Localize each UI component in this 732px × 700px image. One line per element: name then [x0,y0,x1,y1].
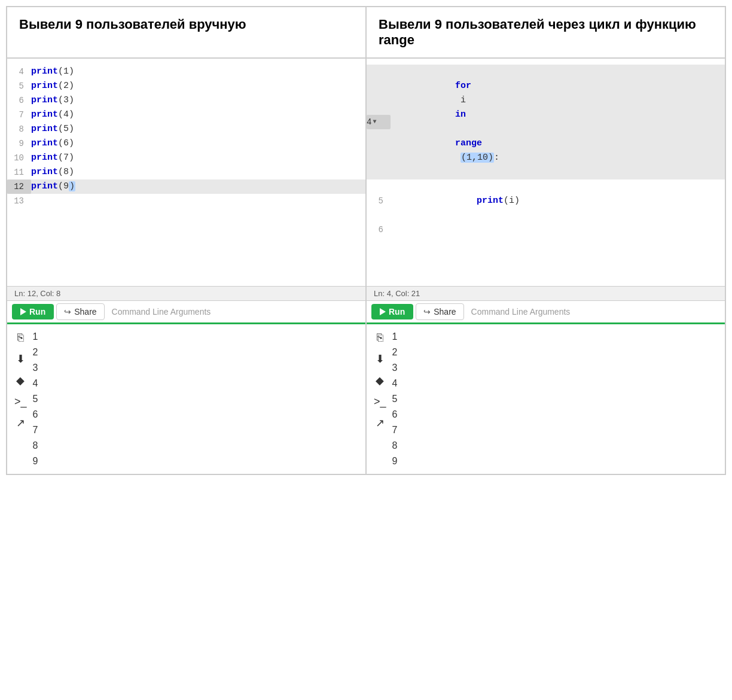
share-icon: ↪ [64,307,71,316]
left-output-area: ⎘ ⬇ ◆ >_ ↗ 1 2 3 4 5 6 7 8 [7,324,365,474]
play-icon [20,308,26,315]
right-output-numbers: 1 2 3 4 5 6 7 8 9 [392,329,398,469]
right-status-bar: Ln: 4, Col: 21 [367,286,725,300]
right-code-line-6: 6 [367,223,725,237]
right-run-label: Run [389,307,405,316]
expand-icon[interactable]: ↗ [16,416,25,430]
right-title: Вывели 9 пользователей через цикл и функ… [379,17,696,47]
right-status-text: Ln: 4, Col: 21 [374,289,420,298]
left-output-numbers: 1 2 3 4 5 6 7 8 9 [33,329,38,469]
right-code-line-4: 4 ▼ for i in range (1,10): [367,65,725,179]
erase-icon[interactable]: ◆ [16,374,25,387]
code-line-9: 9 print(6) [7,136,365,151]
left-status-text: Ln: 12, Col: 8 [14,289,60,298]
right-output-inner: ⎘ ⬇ ◆ >_ ↗ 1 2 3 4 5 6 7 8 [371,329,725,469]
right-output-icons: ⎘ ⬇ ◆ >_ ↗ [371,329,392,469]
left-panel: 4 print(1) 5 print(2) 6 print(3) 7 print… [7,58,366,474]
right-expand-icon[interactable]: ↗ [376,416,385,430]
code-line-10: 10 print(7) [7,151,365,165]
right-copy-icon[interactable]: ⎘ [377,331,383,344]
right-code-line-5: 5 print(i) [367,179,725,223]
left-run-button[interactable]: Run [12,304,54,319]
right-play-icon [380,308,386,315]
right-erase-icon[interactable]: ◆ [376,374,384,387]
right-run-button[interactable]: Run [371,304,413,319]
code-line-13: 13 [7,194,365,208]
right-share-button[interactable]: ↪ Share [416,303,463,320]
left-output-inner: ⎘ ⬇ ◆ >_ ↗ 1 2 3 4 5 6 7 8 [12,329,365,469]
right-download-icon[interactable]: ⬇ [376,352,385,366]
download-icon[interactable]: ⬇ [16,352,25,366]
left-title: Вывели 9 пользователей вручную [19,17,246,32]
left-run-label: Run [29,307,45,316]
left-toolbar: Run ↪ Share Command Line Arguments [7,300,365,324]
left-share-button[interactable]: ↪ Share [56,303,104,320]
left-output-icons: ⎘ ⬇ ◆ >_ ↗ [12,329,33,469]
code-line-11: 11 print(8) [7,165,365,179]
left-header: Вывели 9 пользователей вручную [7,7,366,58]
right-share-icon: ↪ [423,307,431,316]
right-panel: 4 ▼ for i in range (1,10): 5 [366,58,725,474]
code-line-8: 8 print(5) [7,122,365,136]
code-line-4: 4 print(1) [7,65,365,79]
right-output-area: ⎘ ⬇ ◆ >_ ↗ 1 2 3 4 5 6 7 8 [367,324,725,474]
left-status-bar: Ln: 12, Col: 8 [7,286,365,300]
code-line-6: 6 print(3) [7,93,365,108]
right-toolbar: Run ↪ Share Command Line Arguments [367,300,725,324]
right-terminal-icon[interactable]: >_ [374,395,386,408]
code-line-7: 7 print(4) [7,108,365,122]
copy-icon[interactable]: ⎘ [17,331,24,344]
right-header: Вывели 9 пользователей через цикл и функ… [366,7,725,58]
left-cmd-args-label: Command Line Arguments [107,307,216,316]
code-line-5: 5 print(2) [7,79,365,93]
right-cmd-args-label: Command Line Arguments [466,307,575,316]
right-share-label: Share [434,307,456,316]
terminal-icon[interactable]: >_ [14,395,27,408]
left-editor[interactable]: 4 print(1) 5 print(2) 6 print(3) 7 print… [7,59,365,286]
left-share-label: Share [74,307,96,316]
code-line-12: 12 print(9) [7,179,365,194]
right-editor[interactable]: 4 ▼ for i in range (1,10): 5 [367,59,725,286]
